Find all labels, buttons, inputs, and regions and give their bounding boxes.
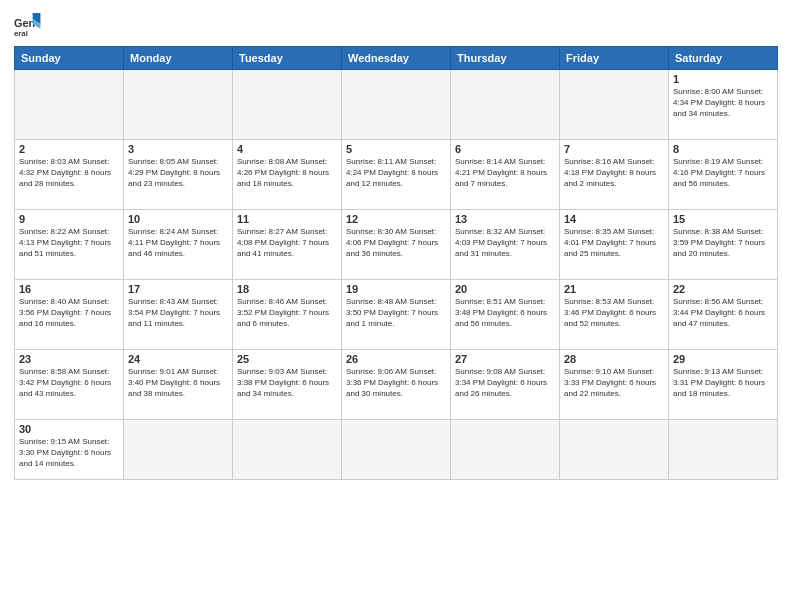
calendar-cell — [233, 70, 342, 140]
calendar-cell: 2Sunrise: 8:03 AM Sunset: 4:32 PM Daylig… — [15, 140, 124, 210]
calendar-cell: 25Sunrise: 9:03 AM Sunset: 3:38 PM Dayli… — [233, 350, 342, 420]
calendar-cell — [15, 70, 124, 140]
day-number: 28 — [564, 353, 664, 365]
day-info: Sunrise: 8:22 AM Sunset: 4:13 PM Dayligh… — [19, 227, 119, 259]
calendar-week-row: 2Sunrise: 8:03 AM Sunset: 4:32 PM Daylig… — [15, 140, 778, 210]
calendar-cell — [560, 420, 669, 480]
col-header-sunday: Sunday — [15, 47, 124, 70]
col-header-thursday: Thursday — [451, 47, 560, 70]
day-info: Sunrise: 8:48 AM Sunset: 3:50 PM Dayligh… — [346, 297, 446, 329]
calendar-cell — [451, 70, 560, 140]
calendar-cell: 26Sunrise: 9:06 AM Sunset: 3:36 PM Dayli… — [342, 350, 451, 420]
day-info: Sunrise: 8:16 AM Sunset: 4:18 PM Dayligh… — [564, 157, 664, 189]
day-number: 15 — [673, 213, 773, 225]
day-number: 26 — [346, 353, 446, 365]
calendar-cell: 3Sunrise: 8:05 AM Sunset: 4:29 PM Daylig… — [124, 140, 233, 210]
col-header-wednesday: Wednesday — [342, 47, 451, 70]
svg-text:eral: eral — [14, 29, 28, 38]
calendar-cell: 13Sunrise: 8:32 AM Sunset: 4:03 PM Dayli… — [451, 210, 560, 280]
logo-icon: Gen eral — [14, 10, 42, 38]
calendar-cell: 28Sunrise: 9:10 AM Sunset: 3:33 PM Dayli… — [560, 350, 669, 420]
col-header-friday: Friday — [560, 47, 669, 70]
calendar-cell: 7Sunrise: 8:16 AM Sunset: 4:18 PM Daylig… — [560, 140, 669, 210]
calendar-cell — [451, 420, 560, 480]
calendar-cell: 4Sunrise: 8:08 AM Sunset: 4:26 PM Daylig… — [233, 140, 342, 210]
day-info: Sunrise: 8:53 AM Sunset: 3:46 PM Dayligh… — [564, 297, 664, 329]
calendar-cell: 18Sunrise: 8:46 AM Sunset: 3:52 PM Dayli… — [233, 280, 342, 350]
day-info: Sunrise: 8:32 AM Sunset: 4:03 PM Dayligh… — [455, 227, 555, 259]
calendar-cell: 24Sunrise: 9:01 AM Sunset: 3:40 PM Dayli… — [124, 350, 233, 420]
day-number: 2 — [19, 143, 119, 155]
day-info: Sunrise: 9:10 AM Sunset: 3:33 PM Dayligh… — [564, 367, 664, 399]
day-number: 10 — [128, 213, 228, 225]
calendar-cell: 22Sunrise: 8:56 AM Sunset: 3:44 PM Dayli… — [669, 280, 778, 350]
calendar-cell: 20Sunrise: 8:51 AM Sunset: 3:48 PM Dayli… — [451, 280, 560, 350]
day-info: Sunrise: 8:46 AM Sunset: 3:52 PM Dayligh… — [237, 297, 337, 329]
day-number: 17 — [128, 283, 228, 295]
calendar-cell: 5Sunrise: 8:11 AM Sunset: 4:24 PM Daylig… — [342, 140, 451, 210]
calendar-cell — [124, 70, 233, 140]
day-info: Sunrise: 8:38 AM Sunset: 3:59 PM Dayligh… — [673, 227, 773, 259]
calendar-cell: 6Sunrise: 8:14 AM Sunset: 4:21 PM Daylig… — [451, 140, 560, 210]
day-info: Sunrise: 8:03 AM Sunset: 4:32 PM Dayligh… — [19, 157, 119, 189]
day-info: Sunrise: 8:14 AM Sunset: 4:21 PM Dayligh… — [455, 157, 555, 189]
day-info: Sunrise: 9:08 AM Sunset: 3:34 PM Dayligh… — [455, 367, 555, 399]
calendar-cell: 21Sunrise: 8:53 AM Sunset: 3:46 PM Dayli… — [560, 280, 669, 350]
day-number: 25 — [237, 353, 337, 365]
calendar-cell: 10Sunrise: 8:24 AM Sunset: 4:11 PM Dayli… — [124, 210, 233, 280]
calendar-header-row: SundayMondayTuesdayWednesdayThursdayFrid… — [15, 47, 778, 70]
day-info: Sunrise: 8:30 AM Sunset: 4:06 PM Dayligh… — [346, 227, 446, 259]
calendar-cell — [124, 420, 233, 480]
calendar-week-row: 16Sunrise: 8:40 AM Sunset: 3:56 PM Dayli… — [15, 280, 778, 350]
day-number: 21 — [564, 283, 664, 295]
calendar-week-row: 1Sunrise: 8:00 AM Sunset: 4:34 PM Daylig… — [15, 70, 778, 140]
day-info: Sunrise: 8:51 AM Sunset: 3:48 PM Dayligh… — [455, 297, 555, 329]
day-number: 12 — [346, 213, 446, 225]
header: Gen eral — [14, 10, 778, 38]
page: Gen eral SundayMondayTuesdayWednesdayThu… — [0, 0, 792, 612]
calendar-cell: 29Sunrise: 9:13 AM Sunset: 3:31 PM Dayli… — [669, 350, 778, 420]
day-number: 9 — [19, 213, 119, 225]
calendar-cell: 12Sunrise: 8:30 AM Sunset: 4:06 PM Dayli… — [342, 210, 451, 280]
calendar-week-row: 9Sunrise: 8:22 AM Sunset: 4:13 PM Daylig… — [15, 210, 778, 280]
day-info: Sunrise: 8:00 AM Sunset: 4:34 PM Dayligh… — [673, 87, 773, 119]
calendar-cell: 19Sunrise: 8:48 AM Sunset: 3:50 PM Dayli… — [342, 280, 451, 350]
calendar-cell: 1Sunrise: 8:00 AM Sunset: 4:34 PM Daylig… — [669, 70, 778, 140]
day-number: 23 — [19, 353, 119, 365]
day-info: Sunrise: 8:24 AM Sunset: 4:11 PM Dayligh… — [128, 227, 228, 259]
day-info: Sunrise: 8:08 AM Sunset: 4:26 PM Dayligh… — [237, 157, 337, 189]
calendar-cell: 9Sunrise: 8:22 AM Sunset: 4:13 PM Daylig… — [15, 210, 124, 280]
calendar-cell: 30Sunrise: 9:15 AM Sunset: 3:30 PM Dayli… — [15, 420, 124, 480]
day-info: Sunrise: 9:15 AM Sunset: 3:30 PM Dayligh… — [19, 437, 119, 469]
day-info: Sunrise: 9:03 AM Sunset: 3:38 PM Dayligh… — [237, 367, 337, 399]
day-info: Sunrise: 8:43 AM Sunset: 3:54 PM Dayligh… — [128, 297, 228, 329]
col-header-tuesday: Tuesday — [233, 47, 342, 70]
calendar-cell: 23Sunrise: 8:58 AM Sunset: 3:42 PM Dayli… — [15, 350, 124, 420]
calendar-week-row: 23Sunrise: 8:58 AM Sunset: 3:42 PM Dayli… — [15, 350, 778, 420]
day-number: 27 — [455, 353, 555, 365]
day-number: 11 — [237, 213, 337, 225]
calendar-cell — [669, 420, 778, 480]
day-number: 3 — [128, 143, 228, 155]
day-info: Sunrise: 8:56 AM Sunset: 3:44 PM Dayligh… — [673, 297, 773, 329]
day-number: 7 — [564, 143, 664, 155]
calendar-cell — [560, 70, 669, 140]
day-number: 22 — [673, 283, 773, 295]
calendar-cell — [342, 70, 451, 140]
calendar-cell: 27Sunrise: 9:08 AM Sunset: 3:34 PM Dayli… — [451, 350, 560, 420]
calendar-cell: 17Sunrise: 8:43 AM Sunset: 3:54 PM Dayli… — [124, 280, 233, 350]
day-number: 5 — [346, 143, 446, 155]
day-info: Sunrise: 9:06 AM Sunset: 3:36 PM Dayligh… — [346, 367, 446, 399]
col-header-saturday: Saturday — [669, 47, 778, 70]
calendar-cell: 14Sunrise: 8:35 AM Sunset: 4:01 PM Dayli… — [560, 210, 669, 280]
calendar-cell: 16Sunrise: 8:40 AM Sunset: 3:56 PM Dayli… — [15, 280, 124, 350]
day-number: 6 — [455, 143, 555, 155]
day-info: Sunrise: 8:27 AM Sunset: 4:08 PM Dayligh… — [237, 227, 337, 259]
day-number: 4 — [237, 143, 337, 155]
day-info: Sunrise: 8:58 AM Sunset: 3:42 PM Dayligh… — [19, 367, 119, 399]
day-info: Sunrise: 8:40 AM Sunset: 3:56 PM Dayligh… — [19, 297, 119, 329]
calendar-cell: 8Sunrise: 8:19 AM Sunset: 4:16 PM Daylig… — [669, 140, 778, 210]
calendar-table: SundayMondayTuesdayWednesdayThursdayFrid… — [14, 46, 778, 480]
day-info: Sunrise: 9:13 AM Sunset: 3:31 PM Dayligh… — [673, 367, 773, 399]
calendar-week-row: 30Sunrise: 9:15 AM Sunset: 3:30 PM Dayli… — [15, 420, 778, 480]
